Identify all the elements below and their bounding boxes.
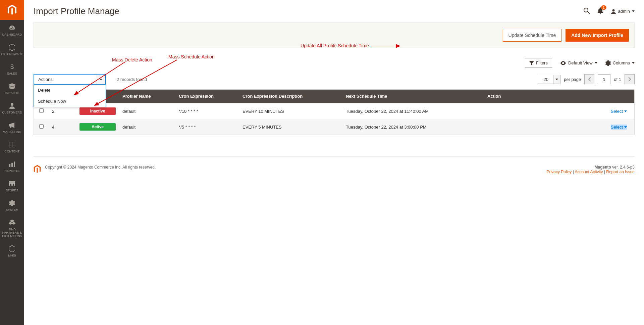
gear-icon xyxy=(1,199,23,207)
nav-stores[interactable]: STORES xyxy=(0,176,24,195)
mass-actions-select[interactable]: Actions Delete Schedule Now xyxy=(34,74,106,85)
col-name[interactable]: Profiler Name xyxy=(119,90,175,103)
default-view-dropdown[interactable]: Default View xyxy=(560,60,597,65)
svg-text:$: $ xyxy=(10,63,14,70)
nav-find-partners[interactable]: FIND PARTNERS & EXTENSIONS xyxy=(0,215,24,241)
nav-customers[interactable]: CUSTOMERS xyxy=(0,98,24,118)
mass-action-delete[interactable]: Delete xyxy=(34,85,106,96)
table-row: 2 Inactive default */10 * * * * EVERY 10… xyxy=(34,103,634,119)
search-icon[interactable] xyxy=(583,7,590,15)
bars-icon xyxy=(1,160,23,168)
gauge-icon xyxy=(1,24,23,32)
eye-icon xyxy=(560,61,566,65)
grid-header-row: ID Status Profiler Name Cron Expression … xyxy=(34,90,634,103)
chevron-left-icon xyxy=(588,77,591,81)
nav-system[interactable]: SYSTEM xyxy=(0,195,24,215)
page-action-bar: Update Schedule Time Add New Import Prof… xyxy=(34,22,635,48)
copyright: Copyright © 2024 Magento Commerce Inc. A… xyxy=(45,165,156,170)
svg-point-7 xyxy=(584,8,588,12)
page-footer: Copyright © 2024 Magento Commerce Inc. A… xyxy=(34,156,635,175)
megaphone-icon xyxy=(1,122,23,129)
pages-icon xyxy=(1,141,23,148)
page-header: Import Profile Manage 1 admin xyxy=(24,0,644,20)
svg-point-9 xyxy=(612,9,614,11)
next-page-button[interactable] xyxy=(625,74,635,84)
page-number-input[interactable] xyxy=(598,74,610,84)
svg-point-1 xyxy=(11,103,13,106)
row-checkbox[interactable] xyxy=(39,108,44,113)
svg-rect-6 xyxy=(14,161,15,167)
notifications-icon[interactable]: 1 xyxy=(597,7,603,15)
funnel-icon xyxy=(529,61,534,65)
nav-dashboard[interactable]: DASHBOARD xyxy=(0,20,24,40)
row-action-select[interactable]: Select xyxy=(611,125,627,130)
profiles-grid: ID Status Profiler Name Cron Expression … xyxy=(34,89,635,135)
chevron-down-icon xyxy=(632,62,635,64)
columns-dropdown[interactable]: Columns xyxy=(605,60,635,66)
person-icon xyxy=(611,9,616,14)
storefront-icon xyxy=(1,180,23,187)
mass-actions-dropdown: Delete Schedule Now xyxy=(34,85,106,107)
filters-button[interactable]: Filters xyxy=(525,58,552,68)
chevron-down-icon xyxy=(624,126,627,128)
add-new-import-profile-button[interactable]: Add New Import Profile xyxy=(566,29,629,42)
cubes-icon xyxy=(1,219,23,226)
update-schedule-time-button[interactable]: Update Schedule Time xyxy=(503,29,562,42)
nav-extendware[interactable]: EXTENDWARE xyxy=(0,40,24,59)
grid-controls: Actions Delete Schedule Now 2 records fo… xyxy=(34,74,635,85)
magento-logo-small xyxy=(34,165,41,175)
pagination: 20 per page of 1 xyxy=(539,74,635,84)
row-checkbox[interactable] xyxy=(39,124,44,129)
prev-page-button[interactable] xyxy=(584,74,594,84)
status-badge: Inactive xyxy=(79,107,116,115)
nav-reports[interactable]: REPORTS xyxy=(0,156,24,176)
svg-line-8 xyxy=(588,12,590,14)
col-cron[interactable]: Cron Expression xyxy=(175,90,239,103)
hex-icon xyxy=(1,44,23,51)
col-desc[interactable]: Cron Expression Description xyxy=(239,90,342,103)
chevron-down-icon xyxy=(632,10,635,12)
gear-icon xyxy=(605,60,611,66)
admin-sidebar: DASHBOARD EXTENDWARE $ SALES CATALOG CUS… xyxy=(0,0,24,325)
report-issue-link[interactable]: Report an Issue xyxy=(606,170,635,174)
dollar-icon: $ xyxy=(1,63,23,71)
col-next[interactable]: Next Schedule Time xyxy=(342,90,484,103)
mass-action-schedule-now[interactable]: Schedule Now xyxy=(34,96,106,107)
svg-rect-5 xyxy=(11,163,13,167)
chevron-down-icon xyxy=(595,62,597,64)
svg-rect-4 xyxy=(9,164,10,167)
account-dropdown[interactable]: admin xyxy=(611,9,635,14)
page-title: Import Profile Manage xyxy=(34,6,583,16)
col-action: Action xyxy=(484,90,634,103)
person-icon xyxy=(1,102,23,109)
status-badge: Active xyxy=(79,123,116,131)
nav-catalog[interactable]: CATALOG xyxy=(0,79,24,98)
chevron-down-icon xyxy=(553,75,560,84)
row-action-select[interactable]: Select xyxy=(611,109,627,114)
chevron-right-icon xyxy=(629,77,631,81)
box-icon xyxy=(1,83,23,90)
chevron-up-icon xyxy=(96,75,105,84)
records-count: 2 records found xyxy=(117,77,147,82)
nav-mhsi[interactable]: MHSI xyxy=(0,241,24,261)
table-row: 4 Active default */5 * * * * EVERY 5 MIN… xyxy=(34,119,634,135)
grid-toolbar: Filters Default View Columns xyxy=(34,58,635,68)
per-page-select[interactable]: 20 xyxy=(539,75,560,84)
magento-logo[interactable] xyxy=(0,0,24,20)
hex-icon xyxy=(1,245,23,252)
chevron-down-icon xyxy=(624,110,627,112)
notification-badge: 1 xyxy=(601,5,606,10)
nav-sales[interactable]: $ SALES xyxy=(0,59,24,79)
account-activity-link[interactable]: Account Activity xyxy=(575,170,603,174)
nav-content[interactable]: CONTENT xyxy=(0,137,24,156)
nav-marketing[interactable]: MARKETING xyxy=(0,118,24,137)
privacy-policy-link[interactable]: Privacy Policy xyxy=(547,170,572,174)
